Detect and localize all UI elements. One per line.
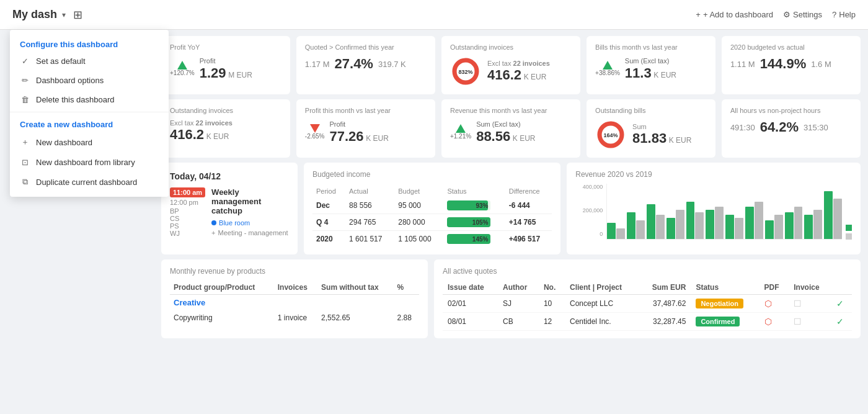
bi-actual: 294 765 [345, 214, 394, 231]
quote-status-2: Confirmed [691, 313, 759, 331]
bar-gray-2 [656, 215, 665, 239]
revenue-chart-card: Revenue 2020 vs 2019 400,000 200,000 0 [567, 163, 861, 254]
invoices-value-1: 416.2 K EUR [487, 67, 550, 83]
bi-status: 93% [443, 197, 505, 214]
profit-down-icon [310, 124, 320, 133]
chart-legend [846, 225, 852, 240]
revenue-month-row: +1.21% Sum (Excl tax) 88.56 K EUR [450, 119, 572, 145]
copy-icon: ⧉ [20, 177, 30, 187]
quote-pdf-2[interactable]: ⬡ [760, 313, 789, 331]
y-axis: 400,000 200,000 0 [575, 184, 603, 240]
quote-action-1[interactable]: ✓ [831, 295, 852, 313]
metrics-row-1: Profit YoY +120.7% Profit 1.29 M EUR Quo… [161, 30, 868, 94]
quote-author-1: SJ [498, 295, 539, 313]
profit-month-pct: -2.65% [305, 133, 325, 140]
duplicate-item[interactable]: ⧉ Duplicate current dashboard [10, 172, 169, 192]
inv-unit-1: K EUR [524, 73, 547, 81]
set-default-item[interactable]: ✓ Set as default [10, 52, 169, 71]
chart-area: 400,000 200,000 0 [575, 184, 852, 240]
header-left: My dash ▾ ⊞ [12, 8, 82, 22]
quote-author-2: CB [498, 313, 539, 331]
profit-month-label: Profit [329, 120, 345, 128]
outstanding-bills-card: Outstanding bills 164% Sum 81.83 K EUR [587, 99, 715, 158]
budgeted-right: 1.6 M [811, 60, 831, 69]
quote-sum-2: 32,287.45 [639, 313, 691, 331]
profit-month-value-group: Profit 77.26 K EUR [329, 119, 388, 145]
event-type-label: Meeting - management [218, 229, 288, 236]
outstanding-invoices-card-1: Outstanding invoices 832% Excl tax 22 in… [441, 36, 580, 94]
bar-group [804, 210, 822, 239]
quote-action-2[interactable]: ✓ [831, 313, 852, 331]
quoted-center: 27.4% [335, 56, 373, 72]
revenue-month-pct: +1.21% [450, 133, 471, 140]
bills-month-row: +38.86% Sum (Excl tax) 11.3 K EUR [595, 56, 707, 81]
outstanding-invoices-title-2: Outstanding invoices [170, 107, 281, 114]
profit-unit: M EUR [228, 71, 252, 79]
room-dot-icon [211, 220, 216, 225]
creative-section-label: Creative [170, 295, 419, 311]
bar-green-6 [725, 215, 734, 239]
bar-group [607, 223, 625, 239]
new-dashboard-item[interactable]: ＋ New dashboard [10, 132, 169, 153]
bar-gray-8 [774, 215, 783, 239]
add-to-dashboard-button[interactable]: + + Add to dashboard [696, 10, 773, 19]
event-room[interactable]: Blue room [211, 219, 250, 227]
profit-yoy-title: Profit YoY [170, 43, 281, 51]
pdf-icon-1[interactable]: ⬡ [764, 299, 772, 308]
sum-eur-header: Sum EUR [639, 281, 691, 295]
delete-dashboard-item[interactable]: 🗑 Delete this dashboard [10, 90, 169, 109]
budgeted-center: 144.9% [760, 56, 807, 72]
bar-gray-6 [735, 218, 743, 239]
bills-value-group: Sum (Excl tax) 11.3 K EUR [625, 56, 676, 81]
bar-green-7 [745, 207, 754, 239]
outstanding-invoices-row-1: 832% Excl tax 22 invoices 416.2 K EUR [450, 56, 572, 87]
invoices-value-2: 416.2 K EUR [170, 127, 281, 143]
check-icon-2[interactable]: ✓ [836, 317, 844, 326]
bills-pct: +38.86% [595, 70, 620, 76]
bi-table-row: 2020 1 601 517 1 105 000 145% +496 517 [312, 231, 552, 248]
help-label: Help [839, 10, 856, 19]
settings-button[interactable]: ⚙ Settings [783, 10, 822, 19]
metrics-row-2: Outstanding invoices Excl tax 22 invoice… [161, 94, 868, 158]
library-icon: ⊡ [20, 158, 30, 167]
excl-tax-label-1: Excl tax 22 invoices [487, 60, 550, 67]
outstanding-invoices-card-2: Outstanding invoices Excl tax 22 invoice… [161, 99, 290, 158]
bar-green-4 [686, 202, 695, 239]
dashboard-caret[interactable]: ▾ [62, 11, 66, 19]
from-library-item[interactable]: ⊡ New dashboard from library [10, 153, 169, 172]
bi-diff: +14 765 [505, 214, 552, 231]
check-icon-1[interactable]: ✓ [836, 299, 844, 308]
copywriting-row: Copywriting 1 invoice 2,552.65 2.88 [170, 310, 419, 325]
add-to-dashboard-label: + Add to dashboard [703, 10, 773, 19]
revenue-month-value-group: Sum (Excl tax) 88.56 K EUR [476, 119, 535, 145]
pdf-icon-2[interactable]: ⬡ [764, 317, 772, 326]
app-header: My dash ▾ ⊞ + + Add to dashboard ⚙ Setti… [0, 0, 868, 30]
revenue-month-label: Sum (Excl tax) [476, 120, 521, 128]
donut-chart-2: 164% [595, 119, 626, 150]
quote-invoice-2[interactable]: ☐ [789, 313, 831, 331]
quote-invoice-1[interactable]: ☐ [789, 295, 831, 313]
bar-gray-7 [755, 202, 763, 239]
filter-icon[interactable]: ⊞ [73, 8, 82, 22]
bi-period: Dec [312, 197, 345, 214]
monthly-revenue-card: Monthly revenue by products Product grou… [161, 259, 428, 338]
bi-diff: +496 517 [505, 231, 552, 248]
quote-pdf-1[interactable]: ⬡ [760, 295, 789, 313]
profit-yoy-card: Profit YoY +120.7% Profit 1.29 M EUR [161, 36, 290, 94]
inv-unit-2: K EUR [206, 132, 229, 141]
bar-group [824, 191, 842, 239]
profit-value: 1.29 [200, 65, 226, 81]
bar-gray-10 [813, 210, 822, 239]
legend-gray-icon [846, 233, 852, 240]
hours-right: 315:30 [804, 123, 828, 132]
plus-icon: + [696, 10, 701, 19]
event-end-time: 12:00 pm [170, 199, 205, 206]
dashboard-options-item[interactable]: ✏ Dashboard options [10, 71, 169, 90]
divider [10, 112, 169, 112]
help-button[interactable]: ? Help [832, 10, 856, 19]
outstanding-bills-row: 164% Sum 81.83 K EUR [595, 119, 707, 150]
bi-status: 145% [443, 231, 505, 248]
invoice-icon-1[interactable]: ☐ [794, 299, 802, 308]
invoice-icon-2[interactable]: ☐ [794, 317, 802, 326]
bottom-table-row: Monthly revenue by products Product grou… [161, 254, 868, 346]
